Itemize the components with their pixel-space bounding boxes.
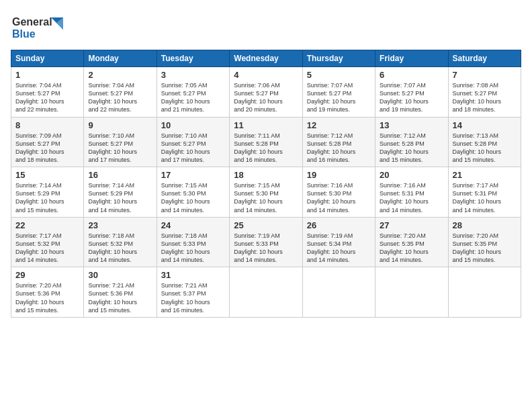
calendar-cell: 3Sunrise: 7:05 AM Sunset: 5:27 PM Daylig…: [157, 67, 229, 118]
day-number: 22: [15, 220, 79, 230]
day-number: 10: [161, 120, 225, 130]
day-number: 8: [15, 120, 79, 130]
day-info: Sunrise: 7:13 AM Sunset: 5:28 PM Dayligh…: [453, 132, 517, 165]
col-monday: Monday: [84, 50, 157, 67]
col-saturday: Saturday: [448, 50, 521, 67]
calendar-table: Sunday Monday Tuesday Wednesday Thursday…: [11, 50, 521, 318]
day-info: Sunrise: 7:21 AM Sunset: 5:36 PM Dayligh…: [88, 281, 152, 314]
day-number: 6: [380, 70, 443, 80]
day-info: Sunrise: 7:06 AM Sunset: 5:27 PM Dayligh…: [234, 81, 298, 114]
svg-text:Blue: Blue: [12, 28, 36, 40]
day-info: Sunrise: 7:15 AM Sunset: 5:30 PM Dayligh…: [161, 181, 225, 214]
day-number: 19: [307, 170, 371, 180]
day-number: 5: [307, 70, 371, 80]
calendar-cell: 19Sunrise: 7:16 AM Sunset: 5:30 PM Dayli…: [302, 167, 375, 218]
day-info: Sunrise: 7:18 AM Sunset: 5:32 PM Dayligh…: [88, 232, 152, 265]
day-number: 27: [380, 220, 443, 230]
calendar-cell: 14Sunrise: 7:13 AM Sunset: 5:28 PM Dayli…: [448, 117, 521, 167]
day-number: 12: [307, 120, 371, 130]
day-info: Sunrise: 7:20 AM Sunset: 5:36 PM Dayligh…: [15, 281, 79, 314]
calendar-week-row: 8Sunrise: 7:09 AM Sunset: 5:27 PM Daylig…: [11, 117, 521, 167]
calendar-header-row: Sunday Monday Tuesday Wednesday Thursday…: [11, 50, 521, 67]
calendar-cell: 25Sunrise: 7:19 AM Sunset: 5:33 PM Dayli…: [230, 217, 302, 267]
calendar-week-row: 29Sunrise: 7:20 AM Sunset: 5:36 PM Dayli…: [11, 267, 521, 318]
day-number: 21: [453, 170, 517, 180]
header: General Blue: [11, 11, 521, 43]
calendar-cell: [375, 267, 448, 318]
calendar-cell: 26Sunrise: 7:19 AM Sunset: 5:34 PM Dayli…: [302, 217, 375, 267]
calendar-cell: 20Sunrise: 7:16 AM Sunset: 5:31 PM Dayli…: [375, 167, 448, 218]
day-number: 25: [234, 220, 298, 230]
day-number: 1: [15, 70, 79, 80]
logo-svg: General Blue: [11, 11, 71, 43]
day-info: Sunrise: 7:14 AM Sunset: 5:29 PM Dayligh…: [88, 181, 152, 214]
col-sunday: Sunday: [11, 50, 84, 67]
day-info: Sunrise: 7:07 AM Sunset: 5:27 PM Dayligh…: [307, 81, 371, 114]
day-number: 16: [88, 170, 152, 180]
calendar-cell: 11Sunrise: 7:11 AM Sunset: 5:28 PM Dayli…: [230, 117, 302, 167]
day-number: 24: [161, 220, 225, 230]
day-number: 2: [88, 70, 152, 80]
calendar-cell: 31Sunrise: 7:21 AM Sunset: 5:37 PM Dayli…: [157, 267, 229, 318]
day-info: Sunrise: 7:19 AM Sunset: 5:34 PM Dayligh…: [307, 232, 371, 265]
calendar-cell: [302, 267, 375, 318]
calendar-cell: 16Sunrise: 7:14 AM Sunset: 5:29 PM Dayli…: [84, 167, 157, 218]
calendar-cell: 28Sunrise: 7:20 AM Sunset: 5:35 PM Dayli…: [448, 217, 521, 267]
day-info: Sunrise: 7:04 AM Sunset: 5:27 PM Dayligh…: [88, 81, 152, 114]
calendar-cell: 27Sunrise: 7:20 AM Sunset: 5:35 PM Dayli…: [375, 217, 448, 267]
day-info: Sunrise: 7:14 AM Sunset: 5:29 PM Dayligh…: [15, 181, 79, 214]
calendar-cell: 10Sunrise: 7:10 AM Sunset: 5:27 PM Dayli…: [157, 117, 229, 167]
day-number: 17: [161, 170, 225, 180]
day-info: Sunrise: 7:15 AM Sunset: 5:30 PM Dayligh…: [234, 181, 298, 214]
calendar-cell: 17Sunrise: 7:15 AM Sunset: 5:30 PM Dayli…: [157, 167, 229, 218]
calendar-cell: 8Sunrise: 7:09 AM Sunset: 5:27 PM Daylig…: [11, 117, 84, 167]
day-info: Sunrise: 7:20 AM Sunset: 5:35 PM Dayligh…: [453, 232, 517, 265]
col-wednesday: Wednesday: [230, 50, 302, 67]
day-info: Sunrise: 7:18 AM Sunset: 5:33 PM Dayligh…: [161, 232, 225, 265]
calendar-cell: 12Sunrise: 7:12 AM Sunset: 5:28 PM Dayli…: [302, 117, 375, 167]
calendar-cell: 24Sunrise: 7:18 AM Sunset: 5:33 PM Dayli…: [157, 217, 229, 267]
day-number: 11: [234, 120, 298, 130]
calendar-cell: 30Sunrise: 7:21 AM Sunset: 5:36 PM Dayli…: [84, 267, 157, 318]
day-info: Sunrise: 7:12 AM Sunset: 5:28 PM Dayligh…: [307, 132, 371, 165]
calendar-cell: 6Sunrise: 7:07 AM Sunset: 5:27 PM Daylig…: [375, 67, 448, 118]
col-friday: Friday: [375, 50, 448, 67]
calendar-cell: 4Sunrise: 7:06 AM Sunset: 5:27 PM Daylig…: [230, 67, 302, 118]
day-number: 15: [15, 170, 79, 180]
calendar-cell: [448, 267, 521, 318]
page: General Blue Sunday Monday Tuesday Wedne…: [0, 0, 532, 411]
day-info: Sunrise: 7:16 AM Sunset: 5:31 PM Dayligh…: [380, 181, 443, 214]
day-number: 14: [453, 120, 517, 130]
calendar-cell: 29Sunrise: 7:20 AM Sunset: 5:36 PM Dayli…: [11, 267, 84, 318]
day-info: Sunrise: 7:08 AM Sunset: 5:27 PM Dayligh…: [453, 81, 517, 114]
day-number: 9: [88, 120, 152, 130]
calendar-cell: 21Sunrise: 7:17 AM Sunset: 5:31 PM Dayli…: [448, 167, 521, 218]
day-info: Sunrise: 7:10 AM Sunset: 5:27 PM Dayligh…: [88, 132, 152, 165]
calendar-week-row: 22Sunrise: 7:17 AM Sunset: 5:32 PM Dayli…: [11, 217, 521, 267]
day-number: 3: [161, 70, 225, 80]
day-number: 20: [380, 170, 443, 180]
day-info: Sunrise: 7:12 AM Sunset: 5:28 PM Dayligh…: [380, 132, 443, 165]
day-info: Sunrise: 7:05 AM Sunset: 5:27 PM Dayligh…: [161, 81, 225, 114]
calendar-cell: 2Sunrise: 7:04 AM Sunset: 5:27 PM Daylig…: [84, 67, 157, 118]
day-number: 26: [307, 220, 371, 230]
day-number: 30: [88, 270, 152, 280]
day-number: 4: [234, 70, 298, 80]
day-info: Sunrise: 7:04 AM Sunset: 5:27 PM Dayligh…: [15, 81, 79, 114]
day-info: Sunrise: 7:20 AM Sunset: 5:35 PM Dayligh…: [380, 232, 443, 265]
day-info: Sunrise: 7:19 AM Sunset: 5:33 PM Dayligh…: [234, 232, 298, 265]
col-tuesday: Tuesday: [157, 50, 229, 67]
calendar-cell: 23Sunrise: 7:18 AM Sunset: 5:32 PM Dayli…: [84, 217, 157, 267]
calendar-cell: 15Sunrise: 7:14 AM Sunset: 5:29 PM Dayli…: [11, 167, 84, 218]
calendar-cell: 7Sunrise: 7:08 AM Sunset: 5:27 PM Daylig…: [448, 67, 521, 118]
day-number: 13: [380, 120, 443, 130]
calendar-week-row: 1Sunrise: 7:04 AM Sunset: 5:27 PM Daylig…: [11, 67, 521, 118]
day-number: 28: [453, 220, 517, 230]
day-info: Sunrise: 7:07 AM Sunset: 5:27 PM Dayligh…: [380, 81, 443, 114]
calendar-cell: 9Sunrise: 7:10 AM Sunset: 5:27 PM Daylig…: [84, 117, 157, 167]
day-info: Sunrise: 7:10 AM Sunset: 5:27 PM Dayligh…: [161, 132, 225, 165]
svg-text:General: General: [12, 16, 52, 28]
day-number: 18: [234, 170, 298, 180]
day-info: Sunrise: 7:17 AM Sunset: 5:31 PM Dayligh…: [453, 181, 517, 214]
day-info: Sunrise: 7:09 AM Sunset: 5:27 PM Dayligh…: [15, 132, 79, 165]
